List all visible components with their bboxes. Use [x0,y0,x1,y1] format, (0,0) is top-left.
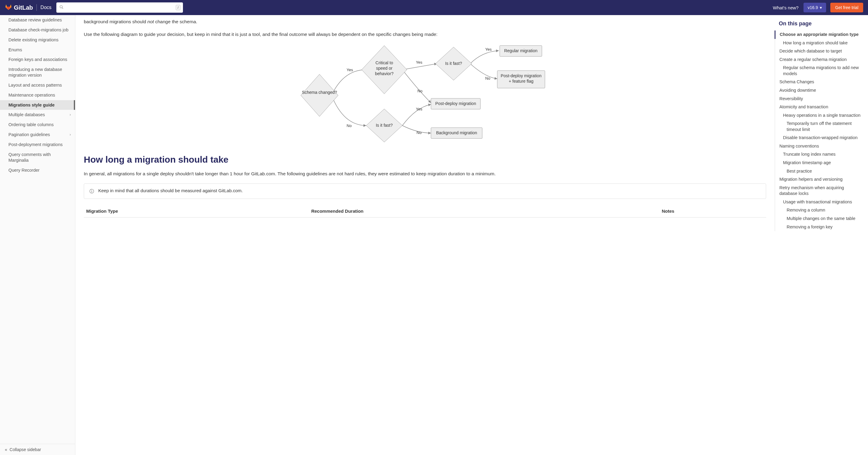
toc-item[interactable]: Removing a column [775,206,862,215]
toc-item[interactable]: Create a regular schema migration [775,56,862,64]
sidebar-item[interactable]: Delete existing migrations [0,35,75,45]
sidebar-item[interactable]: Layout and access patterns [0,80,75,90]
body-paragraph: In general, all migrations for a single … [84,170,766,177]
svg-text:Background migration: Background migration [436,130,477,135]
migration-decision-diagram: Yes No Yes No Yes No Yes No Schema chang… [84,44,766,144]
toc-item[interactable]: Naming conventions [775,142,862,150]
table-of-contents: On this page Choose an appropriate migra… [775,15,868,455]
slash-shortcut: / [176,5,181,10]
toc-item[interactable]: Truncate long index names [775,150,862,159]
toc-item[interactable]: Migration timestamp age [775,159,862,167]
search-icon [59,5,64,10]
toc-item[interactable]: Choose an appropriate migration type [775,30,862,39]
svg-text:+ feature flag: + feature flag [509,79,533,84]
sidebar-item[interactable]: Maintenance operations [0,90,75,100]
svg-text:speed or: speed or [376,66,393,70]
svg-line-1 [62,7,63,9]
toc-item[interactable]: Removing a foreign key [775,223,862,231]
info-icon: ⓘ [90,189,94,194]
toc-item[interactable]: Retry mechanism when acquiring database … [775,184,862,198]
section-heading: How long a migration should take [84,154,766,165]
toc-item[interactable]: Usage with transactional migrations [775,198,862,206]
toc-item[interactable]: Temporarily turn off the statement timeo… [775,119,862,134]
gitlab-logo[interactable]: GitLab [5,3,33,12]
free-trial-button[interactable]: Get free trial [830,3,863,12]
table-header: Recommended Duration [309,205,659,218]
version-dropdown[interactable]: v16.9 ▾ [804,3,826,12]
sidebar-item[interactable]: Multiple databases› [0,110,75,120]
toc-item[interactable]: How long a migration should take [775,39,862,47]
text: background migrations should [84,19,147,24]
intro-trail: background migrations should not change … [84,18,766,25]
chevron-right-icon: › [70,113,71,117]
svg-text:Regular migration: Regular migration [504,48,538,53]
migration-table: Migration Type Recommended Duration Note… [84,205,766,218]
docs-label[interactable]: Docs [40,5,51,10]
sidebar-item[interactable]: Migrations style guide [0,100,75,110]
version-label: v16.9 [808,5,818,10]
sidebar-item[interactable]: Pagination guidelines› [0,130,75,140]
svg-marker-10 [301,74,338,116]
toc-item[interactable]: Heavy operations in a single transaction [775,111,862,120]
sidebar-item[interactable]: Introducing a new database migration ver… [0,64,75,80]
svg-text:Post-deploy migration: Post-deploy migration [501,73,541,78]
chevron-right-icon: › [70,133,71,137]
svg-text:Yes: Yes [416,107,423,111]
svg-text:Is it fast?: Is it fast? [445,61,462,66]
info-text: Keep in mind that all durations should b… [98,188,243,193]
header-bar: GitLab Docs / What's new? v16.9 ▾ Get fr… [0,0,868,15]
divider [36,4,37,11]
text-emphasis: not [147,19,154,24]
table-header: Migration Type [84,205,309,218]
toc-item[interactable]: Disable transaction-wrapped migration [775,134,862,142]
svg-text:behavior?: behavior? [375,71,394,76]
sidebar-item[interactable]: Query Recorder [0,165,75,175]
svg-text:Yes: Yes [485,47,492,52]
sidebar-item[interactable]: Post-deployment migrations [0,140,75,150]
sidebar-item[interactable]: Query comments with Marginalia [0,150,75,165]
search-wrap: / [56,2,183,13]
svg-text:No: No [347,123,352,128]
svg-text:No: No [416,130,422,135]
collapse-icon: « [5,447,7,452]
collapse-sidebar-button[interactable]: « Collapse sidebar [0,444,75,455]
toc-item[interactable]: Decide which database to target [775,47,862,56]
toc-item[interactable]: Atomicity and transaction [775,103,862,111]
svg-text:Yes: Yes [416,60,423,64]
toc-item[interactable]: Multiple changes on the same table [775,215,862,223]
toc-heading: On this page [775,21,862,27]
toc-item[interactable]: Migration helpers and versioning [775,175,862,184]
svg-text:No: No [417,89,423,93]
text: change the schema. [154,19,197,24]
toc-item[interactable]: Schema Changes [775,78,862,86]
collapse-label: Collapse sidebar [10,447,41,452]
toc-item[interactable]: Reversibility [775,95,862,103]
svg-point-0 [60,5,62,8]
whats-new-link[interactable]: What's new? [773,5,798,10]
svg-text:No: No [485,76,490,81]
svg-text:Is it fast?: Is it fast? [376,123,393,127]
info-callout: ⓘ Keep in mind that all durations should… [84,183,766,199]
toc-item[interactable]: Best practice [775,167,862,176]
sidebar-item[interactable]: Enums [0,45,75,55]
sidebar-item[interactable]: Database review guidelines [0,15,75,25]
tanuki-icon [5,3,12,12]
sidebar-item[interactable]: Ordering table columns [0,120,75,130]
intro-paragraph: Use the following diagram to guide your … [84,31,766,38]
sidebar-item[interactable]: Foreign keys and associations [0,55,75,64]
svg-text:Schema changed?: Schema changed? [302,90,337,95]
svg-text:Critical to: Critical to [375,60,393,65]
search-input[interactable] [56,2,183,13]
main-content: background migrations should not change … [75,15,775,455]
toc-item[interactable]: Avoiding downtime [775,86,862,95]
sidebar: Database review guidelinesDatabase check… [0,15,75,455]
table-header: Notes [659,205,766,218]
brand-name: GitLab [14,4,33,11]
toc-item[interactable]: Regular schema migrations to add new mod… [775,64,862,78]
chevron-down-icon: ▾ [820,5,822,10]
svg-text:Post-deploy migration: Post-deploy migration [435,101,476,106]
svg-text:Yes: Yes [347,67,353,72]
sidebar-item[interactable]: Database check-migrations job [0,25,75,35]
